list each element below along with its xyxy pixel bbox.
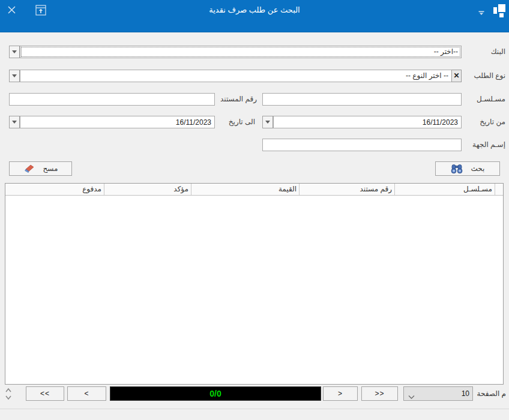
grid-header: مدفوع مؤكد القيمة رقم مستند مسـلسـل	[5, 184, 503, 196]
request-type-combobox-value: -- اختر النوع --	[20, 70, 451, 82]
serial-label: مسـلسـل	[477, 93, 505, 106]
from-date-label: من تاريخ	[480, 116, 505, 128]
chevron-down-icon	[12, 74, 17, 77]
to-date-label: الى تاريخ	[229, 116, 255, 128]
search-cash-request-window: البحث عن طلب صرف نقدية البنك --اختر -- ن…	[0, 0, 509, 420]
entity-name-input[interactable]	[262, 139, 462, 151]
pager-prev-button[interactable]: <	[67, 386, 106, 401]
column-header-paid[interactable]: مدفوع	[5, 184, 104, 195]
request-type-clear-button[interactable]: ✕	[451, 70, 462, 82]
pager-next-button[interactable]: >	[323, 386, 358, 401]
row-indicator-column	[495, 184, 503, 195]
entity-name-label: إسـم الجهة	[472, 139, 505, 151]
chevron-down-icon	[408, 391, 415, 402]
page-number-label: م الصفحة	[477, 386, 506, 401]
column-header-docnum[interactable]: رقم مستند	[300, 184, 395, 195]
bank-dropdown-button[interactable]	[9, 46, 20, 58]
search-button[interactable]: بحث	[435, 161, 500, 176]
column-header-serial[interactable]: مسـلسـل	[395, 184, 495, 195]
pager-spinner[interactable]	[4, 387, 13, 401]
request-type-dropdown-button[interactable]	[9, 70, 20, 82]
chevron-down-icon	[12, 50, 17, 53]
document-number-input[interactable]	[9, 93, 215, 106]
to-date-dropdown-button[interactable]	[9, 116, 20, 128]
request-type-label: نوع الطلب	[474, 70, 505, 82]
serial-input[interactable]	[262, 93, 462, 106]
clear-button-label: مسح	[43, 164, 58, 173]
window-title: البحث عن طلب صرف نقدية	[0, 5, 509, 14]
windows-layout-icon[interactable]	[493, 4, 506, 20]
grid-body-empty	[5, 196, 503, 384]
pager-first-button[interactable]: <<	[26, 386, 64, 401]
bank-combobox-value: --اختر --	[20, 46, 461, 58]
binoculars-icon	[451, 164, 463, 174]
bank-label: البنك	[491, 46, 505, 58]
to-date-input[interactable]	[20, 116, 215, 128]
page-size-value: 10	[462, 387, 469, 400]
clear-button[interactable]: مسح	[9, 161, 72, 176]
pager-last-button[interactable]: >>	[361, 386, 398, 401]
document-number-label: رقم المستند	[220, 93, 257, 106]
chevron-down-icon	[12, 121, 17, 124]
bank-combobox[interactable]: --اختر --	[20, 46, 462, 58]
results-grid: مدفوع مؤكد القيمة رقم مستند مسـلسـل	[5, 183, 504, 385]
chevron-down-icon	[265, 121, 270, 124]
request-type-combobox[interactable]: -- اختر النوع --	[20, 70, 452, 82]
search-button-label: بحث	[471, 164, 485, 173]
titlebar: البحث عن طلب صرف نقدية	[0, 0, 509, 32]
bottom-divider	[0, 409, 509, 409]
column-header-value[interactable]: القيمة	[191, 184, 300, 195]
pager-counter: 0/0	[110, 386, 321, 401]
column-header-confirmed[interactable]: مؤكد	[104, 184, 191, 195]
from-date-dropdown-button[interactable]	[262, 116, 273, 128]
from-date-input[interactable]	[273, 116, 462, 128]
pin-collapse-icon[interactable]	[478, 8, 484, 19]
eraser-icon	[23, 164, 35, 173]
page-size-combobox[interactable]: 10	[403, 386, 473, 401]
